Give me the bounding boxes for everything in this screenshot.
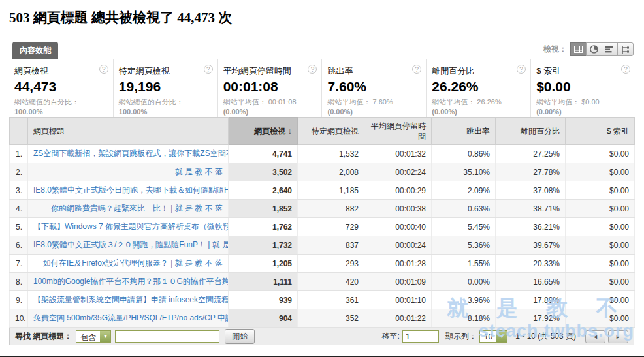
row-number: 10.	[10, 309, 28, 328]
pageviews-cell: 1,111	[229, 273, 298, 291]
pie-view-button[interactable]	[586, 42, 602, 56]
table-view-button[interactable]	[570, 42, 587, 56]
metric-block: $ 索引 ? $0.00 網站平均值： $0.00 (0.00%)	[531, 59, 635, 117]
metric-label: 網頁檢視	[14, 65, 106, 77]
row-number: 9.	[10, 291, 28, 309]
table-row: 10. 免費空間 500mb/35G流量/PHP/SQL/FTP/no ads/…	[10, 309, 635, 328]
metric-block: 平均網頁停留時間 ? 00:01:08 網站平均值： 00:01:08 (0.0…	[218, 59, 323, 117]
header-dollar-index[interactable]: $ 索引	[566, 118, 635, 145]
analytics-report-page: 503 網頁標題 總共被檢視了 44,473 次 內容效能 檢視：	[0, 0, 644, 357]
pageviews-cell: 1,852	[229, 200, 298, 218]
page-title-link[interactable]: 你的網路費貴嗎？趕緊來比一比！ | 就 是 教 不 落	[51, 204, 223, 213]
page-title-link[interactable]: 【下載】Windows 7 佈景主題與官方高解析桌布（微軟預計）	[33, 222, 229, 231]
row-number: 5.	[10, 218, 28, 236]
unique-pageviews-cell: 2,008	[298, 163, 364, 181]
unique-pageviews-cell: 352	[298, 309, 364, 328]
avg-time-cell: 00:01:10	[364, 291, 432, 309]
page-title-cell: 【架設流量管制系統空間申請篇】申請 infoseek空間流程教學	[28, 291, 229, 309]
avg-time-cell: 00:00:38	[364, 200, 432, 218]
metric-value: 00:01:08	[223, 79, 315, 95]
table-row: 9. 【架設流量管制系統空間申請篇】申請 infoseek空間流程教學 939 …	[10, 291, 635, 309]
help-icon[interactable]: ?	[308, 65, 317, 74]
help-icon[interactable]: ?	[99, 65, 108, 74]
header-page-title[interactable]: 網頁標題	[28, 118, 229, 145]
page-title-link[interactable]: 就 是 教 不 落	[175, 167, 223, 176]
dollar-index-cell: $0.00	[566, 291, 635, 309]
range-text: 1 - 10 (共 503 頁)	[515, 331, 576, 342]
page-title-link[interactable]: 100mb的Google協作平台不夠用？那１０G的協作平台夠用嗎	[33, 277, 229, 286]
metric-value: 19,196	[119, 79, 211, 95]
metric-subtext: 網站平均值： 00:01:08	[223, 97, 315, 107]
rows-per-page-select[interactable]: 10 ▼	[479, 330, 507, 343]
bounce-rate-cell: 8.18%	[432, 309, 496, 328]
avg-time-cell: 00:00:24	[364, 236, 432, 255]
avg-time-cell: 00:01:09	[364, 273, 432, 291]
exit-rate-cell: 39.67%	[496, 236, 566, 255]
search-input[interactable]	[115, 330, 219, 343]
help-icon[interactable]: ?	[517, 65, 526, 74]
dollar-index-cell: $0.00	[566, 236, 635, 255]
unique-pageviews-cell: 837	[298, 236, 364, 255]
exit-rate-cell: 36.21%	[496, 218, 566, 236]
view-switcher-label: 檢視：	[543, 44, 567, 55]
dollar-index-cell: $0.00	[566, 181, 635, 200]
header-unique-pageviews[interactable]: 特定網頁檢視	[298, 118, 364, 145]
exit-rate-cell: 17.89%	[496, 291, 566, 309]
page-title-cell: 就 是 教 不 落	[28, 163, 229, 181]
dollar-index-cell: $0.00	[566, 255, 635, 273]
next-page-button[interactable]: ►	[608, 330, 628, 343]
row-number: 7.	[10, 255, 28, 273]
unique-pageviews-cell: 1,185	[298, 181, 364, 200]
avg-time-cell: 00:00:29	[364, 181, 432, 200]
metric-block: 網頁檢視 ? 44,473 網站總值的百分比： 100.00%	[9, 59, 114, 117]
exit-rate-cell: 38.71%	[496, 200, 566, 218]
header-pageviews-sorted[interactable]: 網頁檢視 ↓	[229, 118, 298, 145]
page-title-link[interactable]: ZS空間下載新招，架設網頁跳板程式，讓你下載ZS空間不再	[33, 149, 229, 158]
row-number: 4.	[10, 200, 28, 218]
start-button[interactable]: 開始	[225, 329, 255, 344]
header-avg-time[interactable]: 平均網頁停留時間	[364, 118, 432, 145]
pageviews-cell: 4,741	[229, 145, 298, 163]
unique-pageviews-cell: 882	[298, 200, 364, 218]
tab-content-performance[interactable]: 內容效能	[12, 42, 58, 59]
goto-page-input[interactable]	[402, 330, 439, 343]
exit-rate-cell: 27.25%	[496, 145, 566, 163]
exit-rate-cell: 27.78%	[496, 163, 566, 181]
dollar-index-cell: $0.00	[566, 200, 635, 218]
page-title-link[interactable]: IE8.0繁體中文正式版３/２０開跑，隨點隨FunP！ | 就 是 教 不 落	[33, 240, 229, 249]
unique-pageviews-cell: 361	[298, 291, 364, 309]
prev-page-button[interactable]: ◄	[585, 330, 605, 343]
pageviews-cell: 2,640	[229, 181, 298, 200]
help-icon[interactable]: ?	[204, 65, 213, 74]
bounce-rate-cell: 5.36%	[432, 236, 496, 255]
header-exit-rate[interactable]: 離開百分比	[496, 118, 566, 145]
metric-block: 跳出率 ? 7.60% 網站平均值： 7.60% (0.00%)	[322, 59, 427, 117]
help-icon[interactable]: ?	[412, 65, 421, 74]
metric-label: 特定網頁檢視	[119, 65, 211, 77]
exit-rate-cell: 20.33%	[496, 255, 566, 273]
metric-block: 離開百分比 ? 26.26% 網站平均值： 26.26% (0.00%)	[427, 59, 531, 117]
search-group: 尋找 網頁標題： 包含 ▼ 開始	[15, 329, 255, 344]
pivot-view-button[interactable]	[617, 42, 634, 56]
filter-select[interactable]: 包含 ▼	[76, 330, 111, 343]
page-title-link[interactable]: 如何在IE及Firefox設定代理伺服器？ | 就 是 教 不 落	[43, 258, 223, 268]
page-title-link[interactable]: 免費空間 500mb/35G流量/PHP/SQL/FTP/no ads/CP 申…	[33, 313, 229, 322]
sort-down-icon: ↓	[288, 126, 293, 136]
row-number: 8.	[10, 273, 28, 291]
help-icon[interactable]: ?	[621, 65, 630, 74]
metric-value: $0.00	[536, 79, 628, 95]
page-title-link[interactable]: 【架設流量管制系統空間申請篇】申請 infoseek空間流程教學	[33, 295, 229, 304]
dollar-index-cell: $0.00	[566, 145, 635, 163]
page-title-link[interactable]: IE8.0繁體中文正式版今日開跑，去哪下載＆如何隨點隨FunP！	[33, 185, 229, 194]
bar-view-button[interactable]	[602, 42, 618, 56]
unique-pageviews-cell: 1,532	[298, 145, 364, 163]
header-bounce-rate[interactable]: 跳出率	[432, 118, 496, 145]
metric-value: 7.60%	[327, 79, 419, 95]
view-switcher: 檢視：	[543, 42, 634, 56]
page-title-cell: ZS空間下載新招，架設網頁跳板程式，讓你下載ZS空間不再	[28, 145, 229, 163]
pageviews-cell: 904	[229, 309, 298, 328]
dollar-index-cell: $0.00	[566, 163, 635, 181]
bounce-rate-cell: 3.96%	[432, 291, 496, 309]
metric-subvalue: (0.00%)	[327, 108, 419, 116]
metric-subtext: 網站總值的百分比：	[14, 97, 106, 107]
